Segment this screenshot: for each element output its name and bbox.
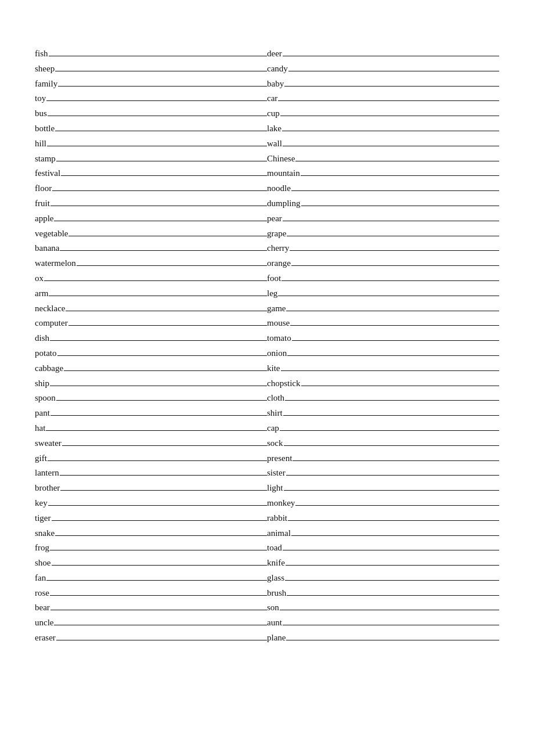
vocabulary-word: shirt	[267, 406, 283, 421]
answer-line	[286, 303, 499, 311]
answer-line	[283, 138, 499, 146]
word-line: hill	[35, 136, 267, 152]
answer-line	[61, 167, 267, 176]
vocabulary-word: present	[267, 451, 292, 466]
word-line: snake	[35, 526, 267, 541]
vocabulary-word: sweater	[35, 436, 62, 451]
word-line: game	[267, 301, 499, 316]
word-line: deer	[267, 46, 499, 62]
word-line: knife	[267, 556, 499, 571]
vocabulary-word: hill	[35, 136, 46, 152]
word-line: brush	[267, 586, 499, 601]
answer-line	[280, 422, 499, 431]
answer-line	[57, 347, 268, 356]
answer-line	[280, 602, 499, 610]
word-line: rabbit	[267, 511, 499, 526]
vocabulary-word: light	[267, 481, 283, 496]
answer-line	[52, 512, 268, 521]
word-line: potato	[35, 346, 267, 361]
answer-line	[50, 587, 267, 596]
answer-line	[283, 542, 499, 550]
answer-line	[301, 197, 499, 206]
answer-line	[290, 242, 499, 251]
word-line: glass	[267, 571, 499, 586]
answer-line	[286, 467, 499, 476]
vocabulary-word: rabbit	[267, 511, 287, 526]
vocabulary-word: necklace	[35, 301, 65, 316]
answer-line	[55, 123, 267, 131]
answer-line	[293, 452, 499, 461]
word-line: plane	[267, 631, 499, 646]
vocabulary-word: wall	[267, 136, 282, 152]
vocabulary-word: deer	[267, 46, 282, 62]
answer-line	[62, 437, 267, 446]
vocabulary-word: gift	[35, 451, 47, 466]
answer-line	[48, 107, 267, 116]
word-line: cherry	[267, 241, 499, 256]
word-line: car	[267, 91, 499, 106]
answer-line	[285, 392, 499, 401]
word-line: baby	[267, 77, 499, 92]
answer-line	[283, 407, 499, 416]
answer-line	[301, 167, 499, 176]
vocabulary-word: fruit	[35, 196, 50, 211]
vocabulary-word: cup	[267, 106, 280, 121]
word-line: present	[267, 451, 499, 466]
word-line: pear	[267, 211, 499, 226]
answer-line	[283, 617, 499, 625]
word-line: computer	[35, 316, 267, 331]
vocabulary-word: cap	[267, 421, 279, 436]
vocabulary-word: foot	[267, 271, 281, 286]
vocabulary-word: eraser	[35, 631, 56, 646]
answer-line	[56, 392, 267, 401]
vocabulary-word: lake	[267, 121, 282, 136]
vocabulary-word: grape	[267, 226, 286, 242]
vocabulary-word: pear	[267, 211, 282, 226]
answer-line	[284, 482, 499, 491]
vocabulary-word: car	[267, 91, 277, 106]
word-line: fish	[35, 46, 267, 62]
word-line: key	[35, 496, 267, 511]
vocabulary-word: chopstick	[267, 376, 301, 391]
answer-line	[291, 257, 499, 266]
answer-line	[47, 138, 267, 146]
word-line: ox	[35, 271, 267, 286]
answer-line	[48, 452, 267, 461]
answer-line	[46, 572, 267, 581]
vocabulary-word: orange	[267, 256, 291, 271]
word-line: sweater	[35, 436, 267, 451]
word-line: son	[267, 600, 499, 615]
vocabulary-word: son	[267, 600, 279, 615]
word-line: animal	[267, 526, 499, 541]
word-line: kite	[267, 361, 499, 376]
word-line: sister	[267, 466, 499, 481]
vocabulary-word: Chinese	[267, 152, 295, 167]
answer-line	[55, 63, 267, 71]
answer-line	[56, 153, 267, 161]
vocabulary-word: bus	[35, 106, 47, 121]
word-line: noodle	[267, 181, 499, 196]
vocabulary-word: mouse	[267, 316, 290, 331]
answer-line	[54, 617, 267, 625]
vocabulary-word: game	[267, 301, 286, 316]
answer-line	[282, 123, 499, 131]
word-line: cloth	[267, 391, 499, 406]
word-line: festival	[35, 166, 267, 181]
word-line: banana	[35, 241, 267, 256]
word-line: sheep	[35, 62, 267, 77]
word-line: necklace	[35, 301, 267, 316]
vocabulary-word: pant	[35, 406, 50, 421]
word-line: watermelon	[35, 256, 267, 271]
answer-line	[278, 92, 499, 101]
vocabulary-word: dumpling	[267, 196, 301, 211]
word-line: gift	[35, 451, 267, 466]
word-line: cup	[267, 106, 499, 121]
word-line: bear	[35, 600, 267, 615]
answer-line	[290, 317, 499, 326]
vocabulary-word: onion	[267, 346, 287, 361]
answer-line	[44, 272, 267, 281]
word-line: cap	[267, 421, 499, 436]
answer-line	[291, 182, 499, 191]
vocabulary-word: fan	[35, 571, 46, 586]
word-line: family	[35, 77, 267, 92]
